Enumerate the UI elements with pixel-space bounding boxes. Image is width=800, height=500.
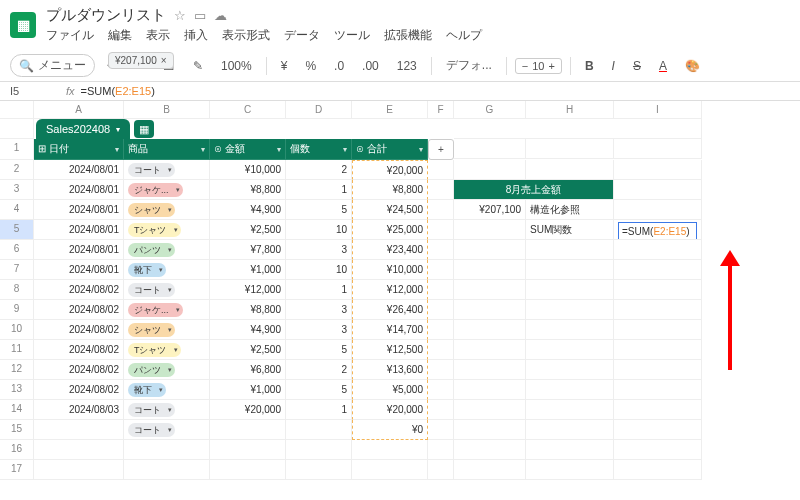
empty-17-4[interactable] bbox=[352, 460, 428, 480]
product-chip[interactable]: シャツ bbox=[128, 323, 175, 337]
cell-tot-8[interactable]: ¥12,000 bbox=[352, 280, 428, 300]
percent-button[interactable]: % bbox=[299, 56, 322, 76]
empty-17-1[interactable] bbox=[124, 460, 210, 480]
cell-date-5[interactable]: 2024/08/01 bbox=[34, 220, 124, 240]
cell-tot-14[interactable]: ¥20,000 bbox=[352, 400, 428, 420]
rowhdr-6[interactable]: 6 bbox=[0, 240, 34, 260]
cell-date-3[interactable]: 2024/08/01 bbox=[34, 180, 124, 200]
empty-16-7[interactable] bbox=[526, 440, 614, 460]
doc-title[interactable]: プルダウンリスト bbox=[46, 6, 166, 25]
product-chip[interactable]: Tシャツ bbox=[128, 223, 181, 237]
cell-tot-10[interactable]: ¥14,700 bbox=[352, 320, 428, 340]
col-A[interactable]: A bbox=[34, 101, 124, 119]
cell-amt-3[interactable]: ¥8,800 bbox=[210, 180, 286, 200]
cell-amt-4[interactable]: ¥4,900 bbox=[210, 200, 286, 220]
product-chip[interactable]: パンツ bbox=[128, 363, 175, 377]
cell-amt-6[interactable]: ¥7,800 bbox=[210, 240, 286, 260]
cell-prod-5[interactable]: Tシャツ bbox=[124, 220, 210, 240]
empty-16-3[interactable] bbox=[286, 440, 352, 460]
cell-prod-6[interactable]: パンツ bbox=[124, 240, 210, 260]
col-E[interactable]: E bbox=[352, 101, 428, 119]
cell-prod-2[interactable]: コート bbox=[124, 160, 210, 180]
product-chip[interactable]: コート bbox=[128, 403, 175, 417]
empty-16-8[interactable] bbox=[614, 440, 702, 460]
rowhdr-12[interactable]: 12 bbox=[0, 360, 34, 380]
star-icon[interactable]: ☆ bbox=[174, 8, 186, 23]
fill-color-button[interactable]: 🎨 bbox=[679, 56, 706, 76]
product-chip[interactable]: コート bbox=[128, 423, 175, 437]
font-select[interactable]: デフォ... bbox=[440, 54, 498, 77]
rowhdr-11[interactable]: 11 bbox=[0, 340, 34, 360]
rowhdr-15[interactable]: 15 bbox=[0, 420, 34, 440]
cell-qty-5[interactable]: 10 bbox=[286, 220, 352, 240]
cell-qty-13[interactable]: 5 bbox=[286, 380, 352, 400]
menu-3[interactable]: 挿入 bbox=[184, 27, 208, 44]
cell-tot-13[interactable]: ¥5,000 bbox=[352, 380, 428, 400]
rowhdr-8[interactable]: 8 bbox=[0, 280, 34, 300]
cell-date-7[interactable]: 2024/08/01 bbox=[34, 260, 124, 280]
formula-bar[interactable]: =SUM(E2:E15) bbox=[81, 85, 790, 97]
empty-17-8[interactable] bbox=[614, 460, 702, 480]
product-chip[interactable]: ジャケ... bbox=[128, 183, 183, 197]
rowhdr-1[interactable]: 1 bbox=[0, 139, 34, 160]
cell-date-15[interactable] bbox=[34, 420, 124, 440]
cell-qty-8[interactable]: 1 bbox=[286, 280, 352, 300]
cell-qty-7[interactable]: 10 bbox=[286, 260, 352, 280]
cloud-icon[interactable]: ☁ bbox=[214, 8, 227, 23]
increase-decimal-button[interactable]: .00 bbox=[356, 56, 385, 76]
product-chip[interactable]: パンツ bbox=[128, 243, 175, 257]
cell-amt-14[interactable]: ¥20,000 bbox=[210, 400, 286, 420]
cell-amt-7[interactable]: ¥1,000 bbox=[210, 260, 286, 280]
empty-16-4[interactable] bbox=[352, 440, 428, 460]
empty-17-6[interactable] bbox=[454, 460, 526, 480]
th-total[interactable]: ⊙ 合計▾ bbox=[352, 139, 428, 160]
cell-tot-9[interactable]: ¥26,400 bbox=[352, 300, 428, 320]
menu-5[interactable]: データ bbox=[284, 27, 320, 44]
cell-date-12[interactable]: 2024/08/02 bbox=[34, 360, 124, 380]
paint-format-button[interactable]: ✎ bbox=[187, 56, 209, 76]
th-qty[interactable]: 個数▾ bbox=[286, 139, 352, 160]
number-format-button[interactable]: 123 bbox=[391, 56, 423, 76]
active-cell[interactable]: =SUM(E2:E15) bbox=[618, 222, 697, 240]
rowhdr-3[interactable]: 3 bbox=[0, 180, 34, 200]
cell-qty-11[interactable]: 5 bbox=[286, 340, 352, 360]
empty-17-5[interactable] bbox=[428, 460, 454, 480]
cell-prod-12[interactable]: パンツ bbox=[124, 360, 210, 380]
rowhdr-7[interactable]: 7 bbox=[0, 260, 34, 280]
th-product[interactable]: 商品▾ bbox=[124, 139, 210, 160]
rowhdr-9[interactable]: 9 bbox=[0, 300, 34, 320]
cell-amt-2[interactable]: ¥10,000 bbox=[210, 160, 286, 180]
italic-button[interactable]: I bbox=[606, 56, 621, 76]
cell-amt-10[interactable]: ¥4,900 bbox=[210, 320, 286, 340]
cell-qty-15[interactable] bbox=[286, 420, 352, 440]
cell-prod-4[interactable]: シャツ bbox=[124, 200, 210, 220]
cell-date-2[interactable]: 2024/08/01 bbox=[34, 160, 124, 180]
font-size-decrease[interactable]: − bbox=[522, 60, 528, 72]
th-date[interactable]: ⊞ 日付▾ bbox=[34, 139, 124, 160]
zoom-select[interactable]: 100% bbox=[215, 56, 258, 76]
cell-prod-15[interactable]: コート bbox=[124, 420, 210, 440]
cell-amt-9[interactable]: ¥8,800 bbox=[210, 300, 286, 320]
th-amount[interactable]: ⊙ 金額▾ bbox=[210, 139, 286, 160]
cell-qty-4[interactable]: 5 bbox=[286, 200, 352, 220]
cell-date-9[interactable]: 2024/08/02 bbox=[34, 300, 124, 320]
cell-date-8[interactable]: 2024/08/02 bbox=[34, 280, 124, 300]
cell-prod-13[interactable]: 靴下 bbox=[124, 380, 210, 400]
menu-0[interactable]: ファイル bbox=[46, 27, 94, 44]
menu-2[interactable]: 表示 bbox=[146, 27, 170, 44]
cell-date-10[interactable]: 2024/08/02 bbox=[34, 320, 124, 340]
cell-amt-13[interactable]: ¥1,000 bbox=[210, 380, 286, 400]
rowhdr-5[interactable]: 5 bbox=[0, 220, 34, 240]
table-options-icon[interactable]: ▦ bbox=[134, 120, 154, 138]
strike-button[interactable]: S bbox=[627, 56, 647, 76]
name-box[interactable]: I5 bbox=[10, 85, 60, 97]
product-chip[interactable]: シャツ bbox=[128, 203, 175, 217]
cell-qty-14[interactable]: 1 bbox=[286, 400, 352, 420]
cell-tot-3[interactable]: ¥8,800 bbox=[352, 180, 428, 200]
cell-date-6[interactable]: 2024/08/01 bbox=[34, 240, 124, 260]
empty-16-0[interactable] bbox=[34, 440, 124, 460]
rowhdr-2[interactable]: 2 bbox=[0, 160, 34, 180]
cell-amt-8[interactable]: ¥12,000 bbox=[210, 280, 286, 300]
product-chip[interactable]: 靴下 bbox=[128, 263, 166, 277]
cell-date-13[interactable]: 2024/08/02 bbox=[34, 380, 124, 400]
